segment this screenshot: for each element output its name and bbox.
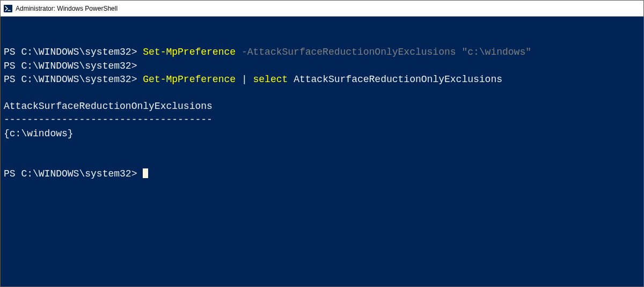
- plain-text: [288, 74, 294, 85]
- output-text: AttackSurfaceReductionOnlyExclusions: [4, 101, 213, 112]
- paramval-text: "c:\windows": [462, 47, 531, 57]
- plain-text: [247, 74, 253, 85]
- cmdlet-text: Set-MpPreference: [143, 47, 236, 57]
- terminal-line: [4, 32, 640, 46]
- output-text: ------------------------------------: [4, 114, 213, 125]
- plain-text: [236, 74, 241, 85]
- terminal-line: [4, 19, 640, 32]
- cmdlet-text: Get-MpPreference: [143, 74, 236, 85]
- arg-text: AttackSurfaceReductionOnlyExclusions: [294, 74, 502, 85]
- terminal-line: [4, 86, 640, 100]
- plain-text: [456, 47, 462, 57]
- app-window: Administrator: Windows PowerShell PS C:\…: [0, 0, 644, 287]
- terminal-area[interactable]: PS C:\WINDOWS\system32> Set-MpPreference…: [1, 17, 643, 286]
- plain-text: [236, 47, 241, 57]
- terminal-line: PS C:\WINDOWS\system32>: [4, 60, 640, 73]
- output-text: {c:\windows}: [4, 128, 74, 139]
- terminal-line: {c:\windows}: [4, 127, 640, 141]
- prompt: PS C:\WINDOWS\system32>: [4, 61, 143, 71]
- terminal-line: [4, 154, 640, 167]
- terminal-line: [4, 141, 640, 154]
- terminal-line: ------------------------------------: [4, 113, 640, 127]
- keyword-text: select: [253, 74, 288, 85]
- prompt: PS C:\WINDOWS\system32>: [4, 168, 143, 179]
- prompt: PS C:\WINDOWS\system32>: [4, 74, 143, 85]
- terminal-line: PS C:\WINDOWS\system32>: [4, 167, 640, 181]
- terminal-line: AttackSurfaceReductionOnlyExclusions: [4, 100, 640, 113]
- powershell-icon: [4, 4, 12, 13]
- param-text: -AttackSurfaceReductionOnlyExclusions: [241, 47, 456, 57]
- cursor: [143, 168, 148, 178]
- prompt: PS C:\WINDOWS\system32>: [4, 47, 143, 57]
- terminal-line: PS C:\WINDOWS\system32> Get-MpPreference…: [4, 73, 640, 86]
- svg-rect-0: [4, 5, 12, 12]
- terminal-line: PS C:\WINDOWS\system32> Set-MpPreference…: [4, 46, 640, 59]
- titlebar[interactable]: Administrator: Windows PowerShell: [1, 1, 643, 17]
- window-title: Administrator: Windows PowerShell: [16, 5, 118, 12]
- pipe-text: |: [241, 74, 247, 85]
